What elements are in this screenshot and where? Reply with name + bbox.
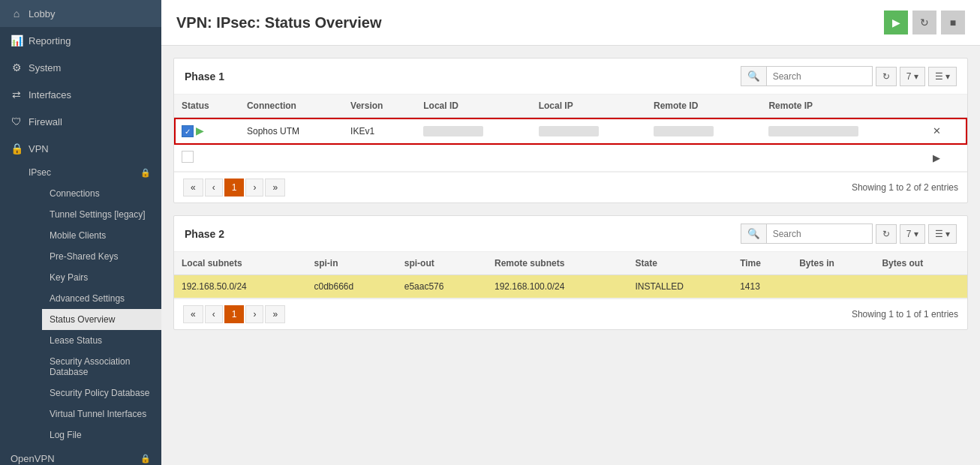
phase2-refresh-button[interactable]: ↻ xyxy=(876,224,897,244)
phase1-title: Phase 1 xyxy=(185,70,224,82)
col-remote-ip: Remote IP xyxy=(761,94,922,118)
phase1-pagination: « ‹ 1 › » Showing 1 to 2 of 2 entries xyxy=(174,172,967,202)
phase1-connection2-cell xyxy=(239,145,343,172)
phase1-last-btn[interactable]: » xyxy=(265,178,285,196)
phase2-view-button[interactable]: ☰ ▾ xyxy=(928,224,957,244)
phase1-connection-cell: Sophos UTM xyxy=(239,118,343,145)
phase1-view-button[interactable]: ☰ ▾ xyxy=(928,67,957,86)
col-state: State xyxy=(628,252,733,275)
sidebar-item-security-association-db[interactable]: Security Association Database xyxy=(42,351,161,382)
sidebar-item-mobile-clients[interactable]: Mobile Clients xyxy=(42,225,161,246)
phase1-status-cell: ✓ ▶ xyxy=(174,118,239,145)
phase1-refresh-button[interactable]: ↻ xyxy=(876,67,897,86)
phase1-first-btn[interactable]: « xyxy=(183,178,203,196)
phase2-controls: 🔍 ↻ 7 ▾ ☰ ▾ xyxy=(741,224,957,244)
phase1-play2-button[interactable]: ▶ xyxy=(930,151,943,165)
phase1-table-header: Status Connection Version Local ID Local… xyxy=(174,94,967,118)
phase2-pagination: « ‹ 1 › » Showing 1 to 1 of 1 entries xyxy=(174,298,967,329)
local-ip-redacted xyxy=(539,126,599,136)
phase2-showing: Showing 1 to 1 of 1 entries xyxy=(852,309,958,320)
phase1-checkbox[interactable]: ✓ xyxy=(182,125,194,137)
sidebar-item-virtual-tunnel-interfaces[interactable]: Virtual Tunnel Interfaces xyxy=(42,404,161,424)
sidebar-item-interfaces[interactable]: ⇄ Interfaces xyxy=(0,81,161,108)
phase2-prev-btn[interactable]: ‹ xyxy=(205,305,223,323)
phase1-action2-cell: ▶ xyxy=(922,145,967,172)
sidebar-item-log-file[interactable]: Log File xyxy=(42,424,161,446)
sidebar-item-system[interactable]: ⚙ System xyxy=(0,54,161,81)
phase1-action-cell: ✕ xyxy=(922,118,967,145)
phase2-next-btn[interactable]: › xyxy=(245,305,263,323)
col-local-subnets: Local subnets xyxy=(174,252,307,275)
phase2-panel: Phase 2 🔍 ↻ 7 ▾ ☰ ▾ Local subnets spi-in xyxy=(173,215,968,330)
phase2-search-box: 🔍 xyxy=(741,224,873,244)
col-bytes-in: Bytes in xyxy=(792,252,874,275)
sidebar-item-openvpn[interactable]: OpenVPN 🔒 xyxy=(0,446,161,465)
phase2-page1-btn[interactable]: 1 xyxy=(224,305,245,323)
phase1-columns-button[interactable]: 7 ▾ xyxy=(900,67,925,86)
phase1-remote-ip2-cell xyxy=(761,145,922,172)
phase2-bytes-in-cell xyxy=(792,275,874,298)
sidebar-item-reporting[interactable]: 📊 Reporting xyxy=(0,27,161,54)
remote-ip-redacted xyxy=(768,126,858,136)
sidebar-item-advanced-settings[interactable]: Advanced Settings xyxy=(42,288,161,309)
phase1-search-button[interactable]: 🔍 xyxy=(741,67,767,86)
sidebar-item-security-policy-db[interactable]: Security Policy Database xyxy=(42,382,161,404)
sidebar-item-status-overview[interactable]: Status Overview xyxy=(42,309,161,330)
phase1-local-ip2-cell xyxy=(531,145,646,172)
phase1-remote-ip-cell xyxy=(761,118,922,145)
phase2-search-input[interactable] xyxy=(767,225,872,243)
phase1-local-id-cell xyxy=(416,118,531,145)
phase1-remote-id-cell xyxy=(646,118,761,145)
sidebar-item-lobby[interactable]: ⌂ Lobby xyxy=(0,0,161,27)
sidebar-item-key-pairs[interactable]: Key Pairs xyxy=(42,267,161,288)
stop-button[interactable]: ■ xyxy=(941,10,965,34)
phase2-header: Phase 2 🔍 ↻ 7 ▾ ☰ ▾ xyxy=(174,216,967,252)
phase1-panel: Phase 1 🔍 ↻ 7 ▾ ☰ ▾ Status Connection xyxy=(173,58,968,203)
local-id-redacted xyxy=(423,126,483,136)
phase1-version-cell: IKEv1 xyxy=(343,118,416,145)
phase1-version2-cell xyxy=(343,145,416,172)
phase1-table-row-2: ▶ xyxy=(174,145,967,172)
play-button[interactable]: ▶ xyxy=(884,10,908,34)
refresh-button[interactable]: ↻ xyxy=(912,10,936,34)
phase2-table: Local subnets spi-in spi-out Remote subn… xyxy=(174,252,967,298)
interfaces-icon: ⇄ xyxy=(11,88,23,100)
phase1-prev-btn[interactable]: ‹ xyxy=(205,178,223,196)
sidebar-item-tunnel-settings[interactable]: Tunnel Settings [legacy] xyxy=(42,204,161,225)
col-spi-out: spi-out xyxy=(397,252,487,275)
phase1-next-btn[interactable]: › xyxy=(245,178,263,196)
sidebar: ⌂ Lobby 📊 Reporting ⚙ System ⇄ Interface… xyxy=(0,0,161,465)
sidebar-item-ipsec[interactable]: IPsec 🔒 xyxy=(21,162,161,183)
phase1-local-ip-cell xyxy=(531,118,646,145)
col-bytes-out: Bytes out xyxy=(874,252,967,275)
lobby-icon: ⌂ xyxy=(11,8,23,20)
phase1-local-id2-cell xyxy=(416,145,531,172)
phase1-checkbox-2[interactable] xyxy=(182,151,194,163)
phase2-first-btn[interactable]: « xyxy=(183,305,203,323)
sidebar-item-pre-shared-keys[interactable]: Pre-Shared Keys xyxy=(42,246,161,267)
phase2-last-btn[interactable]: » xyxy=(265,305,285,323)
col-actions xyxy=(922,94,967,118)
col-local-id: Local ID xyxy=(416,94,531,118)
sidebar-item-vpn[interactable]: 🔒 VPN xyxy=(0,135,161,162)
sidebar-item-lease-status[interactable]: Lease Status xyxy=(42,330,161,351)
col-version: Version xyxy=(343,94,416,118)
page-header: VPN: IPsec: Status Overview ▶ ↻ ■ xyxy=(161,0,980,46)
header-actions: ▶ ↻ ■ xyxy=(884,10,965,34)
phase2-local-subnets-cell: 192.168.50.0/24 xyxy=(174,275,307,298)
phase1-page-btns: « ‹ 1 › » xyxy=(183,178,285,196)
page-title: VPN: IPsec: Status Overview xyxy=(176,14,381,32)
phase1-remote-id2-cell xyxy=(646,145,761,172)
phase1-close-button[interactable]: ✕ xyxy=(930,124,944,138)
phase2-spi-out-cell: e5aac576 xyxy=(397,275,487,298)
col-spi-in: spi-in xyxy=(307,252,397,275)
firewall-icon: 🛡 xyxy=(11,116,23,128)
phase1-page1-btn[interactable]: 1 xyxy=(224,178,245,196)
phase1-table-row: ✓ ▶ Sophos UTM IKEv1 ✕ xyxy=(174,118,967,145)
phase2-columns-button[interactable]: 7 ▾ xyxy=(900,224,925,244)
sidebar-item-connections[interactable]: Connections xyxy=(42,183,161,204)
phase1-search-input[interactable] xyxy=(767,68,872,86)
phase2-search-button[interactable]: 🔍 xyxy=(741,224,767,243)
sidebar-item-firewall[interactable]: 🛡 Firewall xyxy=(0,108,161,135)
content-area: Phase 1 🔍 ↻ 7 ▾ ☰ ▾ Status Connection xyxy=(161,46,980,342)
